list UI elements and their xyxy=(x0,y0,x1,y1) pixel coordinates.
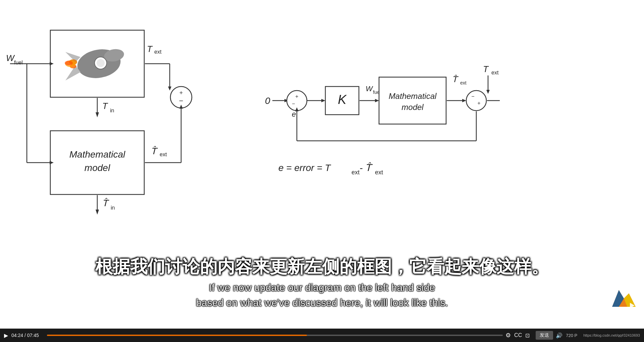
subtitle-english-line2: based on what we've discussed here, it w… xyxy=(196,297,448,308)
svg-text:+: + xyxy=(477,100,480,106)
svg-marker-50 xyxy=(321,99,325,102)
svg-text:- T̂: - T̂ xyxy=(360,162,373,173)
svg-marker-26 xyxy=(168,87,171,91)
svg-text:ext: ext xyxy=(491,70,499,75)
svg-text:in: in xyxy=(110,108,114,113)
subtitle-icon[interactable]: CC xyxy=(514,332,522,338)
svg-text:ext: ext xyxy=(352,169,360,176)
svg-text:−: − xyxy=(471,94,474,99)
svg-text:Mathematical: Mathematical xyxy=(69,149,125,160)
volume-icon[interactable]: 🔊 xyxy=(556,332,562,339)
svg-text:K: K xyxy=(338,93,347,107)
svg-text:+: + xyxy=(179,90,183,96)
send-button[interactable]: 发送 xyxy=(536,331,553,340)
svg-text:T̂: T̂ xyxy=(102,198,109,208)
current-time: 04:24 xyxy=(11,333,23,338)
svg-text:T̂: T̂ xyxy=(452,75,459,84)
svg-text:Mathematical: Mathematical xyxy=(389,92,437,101)
svg-text:ext: ext xyxy=(154,49,162,55)
control-bar: ▶ 04:24 / 07:45 ⚙ CC ⊡ 发送 🔊 720 P https:… xyxy=(0,329,644,342)
svg-text:T: T xyxy=(483,64,489,74)
settings-icon[interactable]: ⚙ xyxy=(505,332,511,339)
caption-icon[interactable]: ⊡ xyxy=(525,332,530,339)
svg-text:0: 0 xyxy=(265,96,270,106)
subtitle-english-line1: If we now update our diagram on the left… xyxy=(209,282,435,293)
url-display: https://blog.csdn.net/qq#32410693 xyxy=(583,333,640,337)
svg-text:model: model xyxy=(85,163,110,173)
svg-marker-39 xyxy=(96,210,99,215)
right-controls: 🔊 720 P https://blog.csdn.net/qq#3241069… xyxy=(556,332,640,339)
svg-text:T̂: T̂ xyxy=(151,146,158,156)
svg-text:model: model xyxy=(401,103,424,112)
resolution-unit: P xyxy=(575,333,578,338)
svg-text:T: T xyxy=(102,101,108,111)
progress-bar-fill xyxy=(47,335,307,336)
resolution-display[interactable]: 720 P xyxy=(566,333,577,338)
svg-text:W: W xyxy=(366,84,373,93)
time-display: 04:24 / 07:45 xyxy=(11,333,39,338)
svg-text:W: W xyxy=(6,53,15,63)
svg-marker-70 xyxy=(486,90,490,94)
svg-text:+: + xyxy=(295,94,298,99)
total-time: 07:45 xyxy=(27,333,39,338)
svg-point-10 xyxy=(65,61,73,65)
svg-text:e = error = T: e = error = T xyxy=(278,163,331,173)
svg-marker-56 xyxy=(375,99,379,102)
video-area: Mathematical model + − W fuel T ext T in xyxy=(0,0,644,329)
svg-text:−: − xyxy=(292,101,295,107)
svg-text:−: − xyxy=(179,97,183,105)
subtitle-area: 根据我们讨论的内容来更新左侧的框图，它看起来像这样。 If we now upd… xyxy=(0,255,644,310)
play-button[interactable]: ▶ xyxy=(4,332,8,339)
resolution-value: 720 xyxy=(566,333,573,338)
svg-marker-30 xyxy=(96,112,99,117)
svg-point-64 xyxy=(466,91,486,111)
svg-text:fuel: fuel xyxy=(14,60,23,65)
svg-text:ext: ext xyxy=(460,80,467,86)
svg-text:T: T xyxy=(147,44,153,54)
svg-marker-63 xyxy=(462,99,466,102)
diagram-svg: Mathematical model + − W fuel T ext T in xyxy=(0,0,644,292)
svg-rect-57 xyxy=(379,77,446,124)
progress-bar[interactable] xyxy=(47,335,503,336)
svg-text:in: in xyxy=(111,205,115,211)
svg-point-6 xyxy=(97,59,105,67)
svg-text:ext: ext xyxy=(160,152,167,157)
subtitle-chinese: 根据我们讨论的内容来更新左侧的框图，它看起来像这样。 xyxy=(0,255,644,279)
time-separator: / xyxy=(24,333,27,338)
subtitle-english: If we now update our diagram on the left… xyxy=(0,280,644,310)
svg-text:ext: ext xyxy=(375,169,383,176)
